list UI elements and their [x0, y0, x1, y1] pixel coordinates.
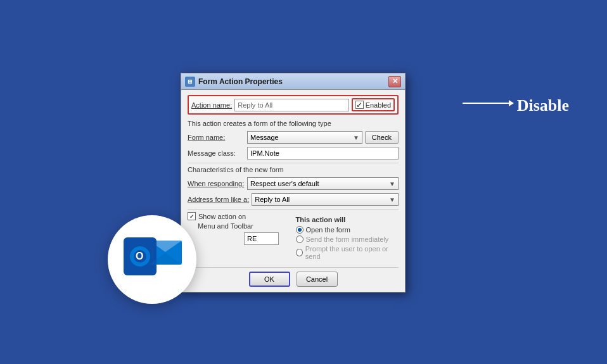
- ok-button[interactable]: OK: [249, 272, 290, 287]
- address-form-row: Address form like a: Reply to All ▼: [188, 193, 399, 206]
- message-class-input[interactable]: [247, 147, 399, 160]
- radio-open-form-row: Open the form: [296, 226, 399, 234]
- message-class-label: Message class:: [188, 149, 245, 157]
- action-name-row: Action name: ✓ Enabled: [188, 95, 399, 115]
- when-responding-row: When responding: Respect user's default …: [188, 177, 399, 190]
- radio-send-form-label: Send the form immediately: [306, 235, 389, 243]
- form-name-arrow-icon: ▼: [353, 134, 359, 141]
- separator-1: [188, 163, 399, 163]
- when-responding-select[interactable]: Respect user's default ▼: [247, 177, 399, 190]
- prefix-row: [188, 232, 291, 245]
- when-responding-label: When responding:: [188, 180, 245, 187]
- form-name-select[interactable]: Message ▼: [247, 131, 362, 144]
- button-row: OK Cancel: [188, 267, 399, 287]
- this-action-column: This action will Open the form Send the …: [296, 212, 399, 262]
- dialog-close-button[interactable]: ✕: [388, 76, 401, 87]
- radio-send-form[interactable]: [296, 235, 304, 243]
- when-responding-value: Respect user's default: [250, 180, 319, 187]
- enabled-label: Enabled: [366, 101, 391, 109]
- dialog-titlebar: ⊞ Form Action Properties ✕: [181, 73, 405, 90]
- dialog-title-left: ⊞ Form Action Properties: [185, 77, 283, 87]
- dialog-body: Action name: ✓ Enabled This action creat…: [181, 90, 405, 292]
- radio-prompt[interactable]: [296, 249, 303, 256]
- outlook-logo-svg: O: [120, 234, 184, 285]
- radio-prompt-label: Prompt the user to open or send: [305, 245, 399, 260]
- address-form-value: Reply to All: [255, 196, 290, 203]
- show-action-checkbox[interactable]: ✓: [188, 212, 196, 220]
- show-action-column: ✓ Show action on Menu and Toolbar: [188, 212, 291, 262]
- show-action-label: Show action on: [198, 213, 255, 220]
- disable-annotation-label: Disable: [517, 96, 569, 115]
- address-form-label: Address form like a:: [188, 196, 249, 203]
- svg-text:O: O: [136, 251, 143, 261]
- action-name-label: Action name:: [191, 101, 232, 109]
- enabled-checkbox-area: ✓ Enabled: [352, 98, 395, 111]
- check-button[interactable]: Check: [365, 131, 399, 144]
- radio-open-form[interactable]: [296, 226, 304, 234]
- address-form-arrow-icon: ▼: [389, 196, 395, 203]
- cancel-button[interactable]: Cancel: [297, 272, 338, 287]
- radio-open-form-label: Open the form: [306, 226, 350, 234]
- radio-prompt-row: Prompt the user to open or send: [296, 245, 399, 260]
- when-responding-arrow-icon: ▼: [389, 180, 395, 187]
- message-class-row: Message class:: [188, 147, 399, 160]
- separator-2: [188, 209, 399, 210]
- dialog-title-text: Form Action Properties: [198, 77, 283, 86]
- form-name-row: Form name: Message ▼ Check: [188, 131, 399, 144]
- form-action-properties-dialog: ⊞ Form Action Properties ✕ Action name: …: [181, 73, 406, 292]
- address-form-select[interactable]: Reply to All ▼: [252, 193, 399, 206]
- action-name-input[interactable]: [234, 99, 348, 111]
- prefix-input[interactable]: [244, 232, 279, 245]
- two-column-section: ✓ Show action on Menu and Toolbar This a…: [188, 212, 399, 262]
- disable-annotation-arrow: [463, 103, 513, 104]
- enabled-checkbox[interactable]: ✓: [355, 101, 364, 109]
- show-action-row: ✓ Show action on: [188, 212, 291, 220]
- menu-toolbar-row: Menu and Toolbar: [188, 222, 291, 230]
- menu-toolbar-checkbox-row: Menu and Toolbar: [198, 222, 291, 230]
- menu-toolbar-label: Menu and Toolbar: [198, 222, 253, 230]
- outlook-logo-circle: O: [108, 215, 196, 304]
- form-type-text: This action creates a form of the follow…: [188, 120, 399, 127]
- this-action-header: This action will: [296, 216, 399, 223]
- dialog-window-icon: ⊞: [185, 77, 195, 87]
- radio-send-form-row: Send the form immediately: [296, 235, 399, 243]
- characteristics-header: Characteristics of the new form: [188, 166, 399, 173]
- form-name-label: Form name:: [188, 134, 245, 141]
- form-name-value: Message: [250, 134, 279, 141]
